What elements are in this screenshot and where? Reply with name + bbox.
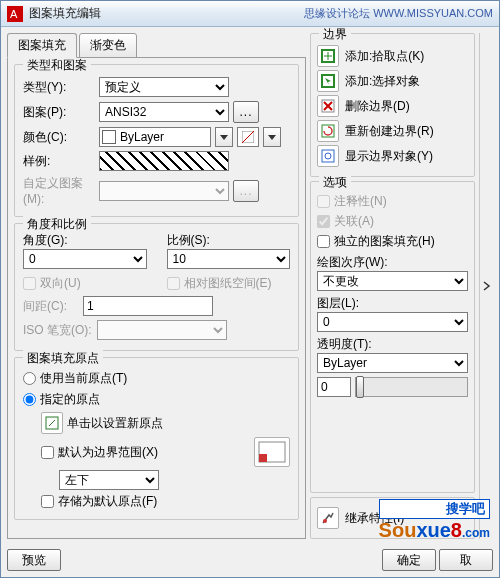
titlebar: A 图案填充编辑 思缘设计论坛 WWW.MISSYUAN.COM	[1, 1, 499, 27]
type-select[interactable]: 预定义	[99, 77, 229, 97]
add-pick-icon	[317, 45, 339, 67]
svg-rect-16	[322, 150, 334, 162]
add-select-button[interactable]: 添加:选择对象	[317, 70, 468, 92]
specified-label: 指定的原点	[40, 391, 100, 408]
scale-label: 比例(S):	[167, 232, 291, 249]
options-title: 选项	[319, 174, 351, 191]
double-label: 双向(U)	[40, 275, 81, 292]
recreate-boundary-button[interactable]: 重新创建边界(R)	[317, 120, 468, 142]
double-checkbox	[23, 277, 36, 290]
bg-color-dropdown-button[interactable]	[263, 127, 281, 147]
set-origin-icon[interactable]	[41, 412, 63, 434]
view-icon	[317, 145, 339, 167]
transparency-label: 透明度(T):	[317, 336, 468, 353]
color-value: ByLayer	[120, 130, 164, 144]
custom-pattern-label: 自定义图案(M):	[23, 175, 95, 206]
bg-color-swatch[interactable]	[237, 127, 259, 147]
delete-boundary-button[interactable]: 删除边界(D)	[317, 95, 468, 117]
store-default-label: 存储为默认原点(F)	[58, 493, 157, 510]
souxue-logo: 搜学吧 Souxue8.com	[379, 499, 490, 542]
scale-select[interactable]: 10	[167, 249, 291, 269]
svg-rect-7	[259, 454, 267, 462]
tab-gradient[interactable]: 渐变色	[79, 33, 137, 58]
svg-text:A: A	[10, 8, 18, 20]
boundary-title: 边界	[319, 27, 351, 43]
draworder-select[interactable]: 不更改	[317, 271, 468, 291]
svg-line-5	[49, 420, 55, 426]
isopen-select	[97, 320, 227, 340]
store-default-checkbox[interactable]	[41, 495, 54, 508]
watermark: 思缘设计论坛 WWW.MISSYUAN.COM	[304, 6, 493, 21]
svg-point-18	[323, 519, 327, 523]
tab-fill[interactable]: 图案填充	[7, 33, 77, 58]
add-select-icon	[317, 70, 339, 92]
angle-label: 角度(G):	[23, 232, 147, 249]
layer-label: 图层(L):	[317, 295, 468, 312]
delete-icon	[317, 95, 339, 117]
specified-radio[interactable]	[23, 393, 36, 406]
assoc-checkbox	[317, 215, 330, 228]
pattern-select[interactable]: ANSI32	[99, 102, 229, 122]
add-pick-button[interactable]: 添加:拾取点(K)	[317, 45, 468, 67]
draworder-label: 绘图次序(W):	[317, 254, 468, 271]
color-swatch-icon	[102, 130, 116, 144]
paper-label: 相对图纸空间(E)	[184, 275, 272, 292]
pattern-label: 图案(P):	[23, 104, 95, 121]
sample-swatch[interactable]	[99, 151, 229, 171]
color-dropdown-button[interactable]	[215, 127, 233, 147]
window-title: 图案填充编辑	[29, 5, 304, 22]
transparency-slider[interactable]	[355, 377, 468, 397]
spacing-input[interactable]	[83, 296, 213, 316]
chevron-down-icon	[220, 135, 228, 140]
click-new-label: 单击以设置新原点	[67, 415, 163, 432]
isopen-label: ISO 笔宽(O):	[23, 322, 93, 339]
app-icon: A	[7, 6, 23, 22]
ok-button[interactable]: 确定	[382, 549, 436, 571]
color-label: 颜色(C):	[23, 129, 95, 146]
sample-label: 样例:	[23, 153, 95, 170]
expand-panel-button[interactable]	[479, 33, 493, 539]
angle-select[interactable]: 0	[23, 249, 147, 269]
origin-preview-icon	[254, 437, 290, 467]
paper-checkbox	[167, 277, 180, 290]
spacing-label: 间距(C):	[23, 298, 79, 315]
recreate-icon	[317, 120, 339, 142]
extent-select[interactable]: 左下	[59, 470, 159, 490]
group-origin-title: 图案填充原点	[23, 350, 103, 367]
pattern-browse-button[interactable]: ...	[233, 101, 259, 123]
independent-checkbox[interactable]	[317, 235, 330, 248]
cancel-button[interactable]: 取	[439, 549, 493, 571]
transparency-select[interactable]: ByLayer	[317, 353, 468, 373]
group-type-title: 类型和图案	[23, 57, 91, 74]
chevron-right-icon	[483, 281, 491, 291]
chevron-down-icon	[268, 135, 276, 140]
type-label: 类型(Y):	[23, 79, 95, 96]
default-extent-label: 默认为边界范围(X)	[58, 444, 158, 461]
use-current-label: 使用当前原点(T)	[40, 370, 127, 387]
custom-pattern-select	[99, 181, 229, 201]
use-current-radio[interactable]	[23, 372, 36, 385]
default-extent-checkbox[interactable]	[41, 446, 54, 459]
layer-select[interactable]: 0	[317, 312, 468, 332]
custom-browse-button: ...	[233, 180, 259, 202]
transparency-input[interactable]	[317, 377, 351, 397]
group-angle-title: 角度和比例	[23, 216, 91, 233]
svg-point-17	[325, 153, 331, 159]
inherit-icon	[317, 507, 339, 529]
preview-button[interactable]: 预览	[7, 549, 61, 571]
annotative-checkbox	[317, 195, 330, 208]
view-boundary-button[interactable]: 显示边界对象(Y)	[317, 145, 468, 167]
